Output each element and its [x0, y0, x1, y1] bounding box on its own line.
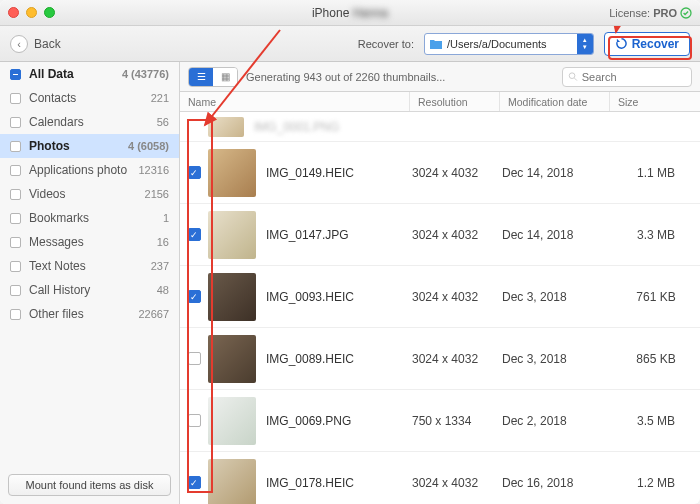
sidebar-item-bookmarks[interactable]: Bookmarks1: [0, 206, 179, 230]
file-name: IMG_0178.HEIC: [266, 476, 412, 490]
back-icon: ‹: [10, 35, 28, 53]
sidebar-item-calendars[interactable]: Calendars56: [0, 110, 179, 134]
sidebar-item-all-data[interactable]: All Data 4 (43776): [0, 62, 179, 86]
thumbnail: [208, 211, 256, 259]
checkbox-icon[interactable]: [188, 414, 201, 427]
file-resolution: 3024 x 4032: [412, 228, 502, 242]
table-row[interactable]: ✓IMG_0093.HEIC3024 x 4032Dec 3, 2018761 …: [180, 266, 700, 328]
file-size: 1.2 MB: [612, 476, 700, 490]
checkbox-icon[interactable]: [10, 69, 21, 80]
sidebar-item-videos[interactable]: Videos2156: [0, 182, 179, 206]
col-resolution[interactable]: Resolution: [410, 92, 500, 111]
table-row[interactable]: IMG_0001.PNG: [180, 112, 700, 142]
content-pane: ☰ ▦ Generating 943 out of 2260 thumbnail…: [180, 62, 700, 504]
file-date: Dec 2, 2018: [502, 414, 612, 428]
file-name: IMG_0093.HEIC: [266, 290, 412, 304]
file-name: IMG_0069.PNG: [266, 414, 412, 428]
checkbox-icon[interactable]: [10, 237, 21, 248]
checkbox-icon[interactable]: ✓: [188, 290, 201, 303]
file-date: Dec 3, 2018: [502, 290, 612, 304]
table-row[interactable]: ✓IMG_0147.JPG3024 x 4032Dec 14, 20183.3 …: [180, 204, 700, 266]
titlebar: iPhone Hanna License: PRO: [0, 0, 700, 26]
thumbnail: [208, 149, 256, 197]
file-name: IMG_0147.JPG: [266, 228, 412, 242]
thumbnail: [208, 335, 256, 383]
table-row[interactable]: ✓IMG_0178.HEIC3024 x 4032Dec 16, 20181.2…: [180, 452, 700, 504]
file-size: 3.5 MB: [612, 414, 700, 428]
file-list: IMG_0001.PNG ✓IMG_0149.HEIC3024 x 4032De…: [180, 112, 700, 504]
checkbox-icon[interactable]: ✓: [188, 476, 201, 489]
app-window: iPhone Hanna License: PRO ‹ Back Recover…: [0, 0, 700, 504]
checkbox-icon[interactable]: [10, 93, 21, 104]
checkbox-icon[interactable]: [10, 141, 21, 152]
recover-icon: [615, 37, 628, 50]
check-circle-icon: [680, 7, 692, 19]
sidebar-item-other-files[interactable]: Other files22667: [0, 302, 179, 326]
svg-line-2: [574, 78, 576, 80]
checkbox-icon[interactable]: [10, 189, 21, 200]
sidebar: All Data 4 (43776) Contacts221Calendars5…: [0, 62, 180, 504]
checkbox-icon[interactable]: [10, 309, 21, 320]
grid-view-icon[interactable]: ▦: [213, 68, 237, 86]
toolbar: ‹ Back Recover to: /Users/a/Documents ▲▼…: [0, 26, 700, 62]
checkbox-icon[interactable]: [10, 285, 21, 296]
file-name: IMG_0149.HEIC: [266, 166, 412, 180]
table-row[interactable]: ✓IMG_0149.HEIC3024 x 4032Dec 14, 20181.1…: [180, 142, 700, 204]
file-date: Dec 3, 2018: [502, 352, 612, 366]
sidebar-item-messages[interactable]: Messages16: [0, 230, 179, 254]
sidebar-item-contacts[interactable]: Contacts221: [0, 86, 179, 110]
table-row[interactable]: IMG_0069.PNG750 x 1334Dec 2, 20183.5 MB: [180, 390, 700, 452]
sidebar-item-photos[interactable]: Photos4 (6058): [0, 134, 179, 158]
checkbox-icon[interactable]: [10, 213, 21, 224]
sidebar-item-applications-photo[interactable]: Applications photo12316: [0, 158, 179, 182]
window-title: iPhone Hanna: [0, 6, 700, 20]
recover-to-label: Recover to:: [358, 38, 414, 50]
checkbox-icon[interactable]: ✓: [188, 228, 201, 241]
column-headers: Name Resolution Modification date Size: [180, 92, 700, 112]
checkbox-icon[interactable]: [10, 165, 21, 176]
file-resolution: 3024 x 4032: [412, 166, 502, 180]
status-text: Generating 943 out of 2260 thumbnails...: [246, 71, 554, 83]
folder-icon: [429, 37, 443, 51]
checkbox-icon[interactable]: [188, 352, 201, 365]
col-size[interactable]: Size: [610, 92, 700, 111]
file-size: 865 KB: [612, 352, 700, 366]
back-button[interactable]: ‹ Back: [10, 35, 61, 53]
thumbnail: [208, 273, 256, 321]
thumbnail: [208, 397, 256, 445]
file-resolution: 3024 x 4032: [412, 290, 502, 304]
recover-button[interactable]: Recover: [604, 32, 690, 56]
mount-disk-button[interactable]: Mount found items as disk: [8, 474, 171, 496]
table-row[interactable]: IMG_0089.HEIC3024 x 4032Dec 3, 2018865 K…: [180, 328, 700, 390]
stepper-icon[interactable]: ▲▼: [577, 34, 593, 54]
file-resolution: 3024 x 4032: [412, 476, 502, 490]
checkbox-icon[interactable]: ✓: [188, 166, 201, 179]
license-badge: License: PRO: [609, 7, 692, 19]
svg-point-1: [569, 73, 575, 79]
file-date: Dec 16, 2018: [502, 476, 612, 490]
file-name: IMG_0089.HEIC: [266, 352, 412, 366]
search-icon: [568, 71, 578, 82]
thumbnail: [208, 459, 256, 505]
file-date: Dec 14, 2018: [502, 166, 612, 180]
sidebar-item-text-notes[interactable]: Text Notes237: [0, 254, 179, 278]
file-size: 3.3 MB: [612, 228, 700, 242]
col-name[interactable]: Name: [180, 92, 410, 111]
file-size: 1.1 MB: [612, 166, 700, 180]
col-modification[interactable]: Modification date: [500, 92, 610, 111]
search-input[interactable]: [562, 67, 692, 87]
file-size: 761 KB: [612, 290, 700, 304]
list-view-icon[interactable]: ☰: [189, 68, 213, 86]
recover-path-select[interactable]: /Users/a/Documents ▲▼: [424, 33, 594, 55]
checkbox-icon[interactable]: [10, 261, 21, 272]
sidebar-item-call-history[interactable]: Call History48: [0, 278, 179, 302]
view-toggle[interactable]: ☰ ▦: [188, 67, 238, 87]
file-date: Dec 14, 2018: [502, 228, 612, 242]
file-resolution: 750 x 1334: [412, 414, 502, 428]
checkbox-icon[interactable]: [10, 117, 21, 128]
file-resolution: 3024 x 4032: [412, 352, 502, 366]
